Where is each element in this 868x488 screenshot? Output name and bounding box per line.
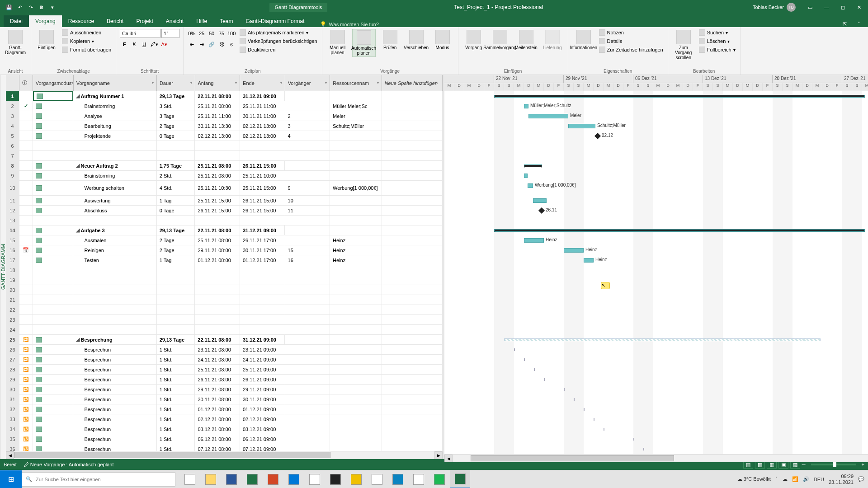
- gantt-row[interactable]: [444, 91, 868, 101]
- new-cell[interactable]: [382, 245, 443, 255]
- mode-cell[interactable]: [33, 265, 74, 275]
- paste-button[interactable]: Einfügen: [35, 29, 58, 51]
- indicator-cell[interactable]: [19, 275, 33, 285]
- col-resources[interactable]: Ressourcennam▾: [330, 75, 382, 91]
- resource-cell[interactable]: Meier: [330, 111, 382, 121]
- obs-app[interactable]: [326, 470, 345, 488]
- new-cell[interactable]: [382, 235, 443, 245]
- indicator-cell[interactable]: [19, 216, 33, 225]
- start-cell[interactable]: [195, 285, 240, 295]
- duration-cell[interactable]: 1 Std.: [157, 444, 195, 451]
- new-cell[interactable]: [382, 255, 443, 265]
- name-cell[interactable]: [73, 305, 156, 314]
- predecessor-cell[interactable]: [285, 315, 330, 324]
- new-cell[interactable]: [382, 196, 443, 205]
- gantt-row[interactable]: [444, 375, 868, 385]
- word-app[interactable]: [222, 470, 241, 488]
- end-cell[interactable]: 25.11.21 15:00: [240, 181, 285, 195]
- duration-cell[interactable]: 1 Std.: [157, 345, 195, 354]
- row-number[interactable]: 34: [6, 424, 19, 434]
- gantt-row[interactable]: Heinz: [444, 255, 868, 265]
- task-bar[interactable]: [564, 248, 584, 253]
- start-button[interactable]: ⊞: [0, 470, 22, 488]
- progress-25-button[interactable]: 25: [197, 29, 206, 38]
- predecessor-cell[interactable]: [285, 295, 330, 305]
- start-cell[interactable]: 30.11.21 13:30: [195, 121, 240, 131]
- resource-cell[interactable]: [330, 265, 382, 275]
- name-cell[interactable]: Auswertung: [73, 196, 156, 205]
- grid-row[interactable]: 7: [6, 151, 443, 161]
- app-yellow[interactable]: [346, 470, 366, 488]
- mode-cell[interactable]: [33, 275, 74, 285]
- project-app[interactable]: [450, 470, 470, 488]
- duration-cell[interactable]: 0 Tage: [157, 131, 195, 141]
- col-start[interactable]: Anfang▾: [195, 75, 241, 91]
- end-cell[interactable]: 31.12.21 09:00: [240, 225, 285, 235]
- predecessor-cell[interactable]: [285, 161, 330, 170]
- duration-cell[interactable]: 1 Std.: [157, 385, 195, 394]
- duration-cell[interactable]: [157, 315, 195, 324]
- indicator-cell[interactable]: [19, 235, 33, 245]
- predecessor-cell[interactable]: 16: [285, 255, 330, 265]
- name-cell[interactable]: ◢Aufgabe 3: [73, 225, 156, 235]
- end-cell[interactable]: 07.12.21 09:00: [240, 444, 285, 451]
- start-cell[interactable]: 01.12.21 08:00: [195, 255, 240, 265]
- new-cell[interactable]: [382, 275, 443, 285]
- progress-50-button[interactable]: 50: [207, 29, 216, 38]
- progress-100-button[interactable]: 100: [227, 29, 236, 38]
- new-cell[interactable]: [382, 345, 443, 354]
- tab-ansicht[interactable]: Ansicht: [160, 15, 190, 27]
- name-cell[interactable]: Besprechun: [73, 444, 156, 451]
- start-cell[interactable]: 25.11.21 10:30: [195, 181, 240, 195]
- row-number[interactable]: 7: [6, 151, 19, 160]
- grid-row[interactable]: 36🔁Besprechun1 Std.07.12.21 08:0007.12.2…: [6, 444, 443, 451]
- resource-cell[interactable]: [330, 394, 382, 404]
- start-cell[interactable]: 25.11.21 08:00: [195, 161, 240, 170]
- indicator-cell[interactable]: [19, 141, 33, 150]
- resource-cell[interactable]: [330, 151, 382, 160]
- start-cell[interactable]: 25.11.21 08:00: [195, 365, 240, 374]
- duration-cell[interactable]: 2 Tage: [157, 235, 195, 245]
- mode-cell[interactable]: [33, 171, 74, 180]
- manual-schedule-button[interactable]: Manuell planen: [326, 29, 349, 56]
- resource-cell[interactable]: [330, 141, 382, 150]
- tray-clock[interactable]: 09:29 23.11.2021: [829, 474, 854, 484]
- start-cell[interactable]: [195, 315, 240, 324]
- resource-cell[interactable]: [330, 295, 382, 305]
- predecessor-cell[interactable]: [285, 171, 330, 180]
- gantt-row[interactable]: [444, 325, 868, 335]
- undo-icon[interactable]: ↶: [16, 4, 24, 11]
- grid-row[interactable]: 1◢Auftrag Nummer 129,13 Tage22.11.21 08:…: [6, 91, 443, 101]
- mark-on-track-button[interactable]: Als plangemäß markieren ▾: [239, 29, 318, 36]
- indicator-cell[interactable]: [19, 91, 33, 101]
- new-cell[interactable]: [382, 444, 443, 451]
- name-cell[interactable]: Besprechun: [73, 345, 156, 354]
- end-cell[interactable]: [240, 275, 285, 285]
- mode-cell[interactable]: [33, 181, 74, 195]
- end-cell[interactable]: 02.12.21 13:00: [240, 121, 285, 131]
- start-cell[interactable]: 02.12.21 08:00: [195, 414, 240, 424]
- name-cell[interactable]: [73, 141, 156, 150]
- resource-cell[interactable]: [330, 424, 382, 434]
- grid-row[interactable]: 22: [6, 305, 443, 315]
- explorer-app[interactable]: [201, 470, 221, 488]
- name-cell[interactable]: Werbung schalten: [73, 181, 156, 195]
- grid-row[interactable]: 30🔁Besprechun1 Std.29.11.21 08:0029.11.2…: [6, 385, 443, 394]
- mode-cell[interactable]: [33, 101, 74, 111]
- new-cell[interactable]: [382, 414, 443, 424]
- gantt-row[interactable]: [444, 171, 868, 181]
- task-bar[interactable]: [524, 238, 544, 243]
- minimize-icon[interactable]: —: [819, 2, 834, 13]
- gantt-row[interactable]: [444, 444, 868, 454]
- mode-cell[interactable]: [33, 285, 74, 295]
- new-cell[interactable]: [382, 206, 443, 215]
- end-cell[interactable]: [240, 305, 285, 314]
- grid-row[interactable]: 31🔁Besprechun1 Std.30.11.21 08:0030.11.2…: [6, 394, 443, 404]
- new-cell[interactable]: [382, 216, 443, 225]
- end-cell[interactable]: 23.11.21 09:00: [240, 345, 285, 354]
- end-cell[interactable]: 30.11.21 09:00: [240, 394, 285, 404]
- name-cell[interactable]: Besprechun: [73, 424, 156, 434]
- ribbon-options-icon[interactable]: ▭: [803, 2, 817, 13]
- duration-cell[interactable]: 1 Std.: [157, 404, 195, 414]
- tab-bericht[interactable]: Bericht: [100, 15, 130, 27]
